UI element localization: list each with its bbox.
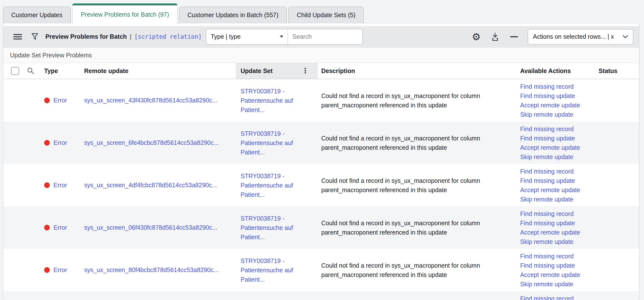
remote-update-cell bbox=[81, 291, 236, 300]
row-search-cell bbox=[24, 249, 41, 291]
action-accept-remote-update-link[interactable]: Accept remote update bbox=[520, 185, 580, 195]
list-settings-button[interactable]: ⚙ bbox=[472, 32, 481, 42]
action-accept-remote-update-link[interactable]: Accept remote update bbox=[520, 100, 580, 110]
action-find-missing-record-link[interactable]: Find missing record bbox=[520, 167, 580, 176]
table-row: STRY0038719 -Patientensuche aufPatient..… bbox=[3, 291, 639, 300]
tab-label: Customer Updates bbox=[11, 11, 62, 19]
search-filter-group: Type | type bbox=[206, 29, 363, 45]
status-cell bbox=[594, 249, 639, 291]
chevron-down-icon bbox=[280, 35, 283, 38]
action-find-missing-update-link[interactable]: Find missing update bbox=[520, 91, 580, 100]
remote-update-link[interactable]: sys_ux_screen_43f430fc878d5614cc53a8290c… bbox=[84, 97, 217, 104]
tab-label: Preview Problems for Batch (97) bbox=[81, 11, 169, 18]
column-header-status[interactable]: Status bbox=[594, 63, 639, 79]
table-row: Error sys_ux_screen_43f430fc878d5614cc53… bbox=[3, 79, 639, 122]
type-link[interactable]: Error bbox=[54, 224, 67, 231]
available-actions: Find missing recordFind missing updateAc… bbox=[520, 252, 580, 289]
search-field-value: Type | type bbox=[211, 33, 240, 40]
description-text: Could not find a record in sys_ux_macrop… bbox=[321, 261, 480, 280]
column-header-update-set[interactable]: Update Set ⋮ bbox=[236, 63, 318, 79]
scripted-relation-tag: [scripted relation] bbox=[134, 33, 202, 40]
column-menu-kebab-icon[interactable]: ⋮ bbox=[302, 67, 309, 74]
update-set-link[interactable]: STRY0038719 -Patientensuche aufPatient..… bbox=[240, 86, 293, 114]
action-skip-remote-update-link[interactable]: Skip remote update bbox=[520, 195, 580, 204]
action-find-missing-record-link[interactable]: Find missing record bbox=[520, 124, 580, 134]
action-accept-remote-update-link[interactable]: Accept remote update bbox=[520, 228, 580, 237]
available-actions: Find missing recordFind missing updateAc… bbox=[520, 167, 580, 204]
remote-update-link[interactable]: sys_ux_screen_06f430fc878d5614cc53a8290c… bbox=[84, 224, 217, 231]
update-set-link[interactable]: STRY0038719 -Patientensuche aufPatient..… bbox=[240, 299, 293, 300]
type-link[interactable]: Error bbox=[54, 267, 67, 274]
column-label: Status bbox=[599, 67, 617, 74]
action-find-missing-record-link[interactable]: Find missing record bbox=[520, 82, 580, 91]
update-set-link[interactable]: STRY0038719 -Patientensuche aufPatient..… bbox=[240, 129, 293, 157]
type-link[interactable]: Error bbox=[54, 139, 67, 146]
remote-update-link[interactable]: sys_ux_screen_6fe4bcbc878d5614cc53a8290c… bbox=[84, 139, 219, 146]
row-search-cell bbox=[24, 206, 41, 249]
status-cell bbox=[594, 291, 639, 300]
remote-update-link[interactable]: sys_ux_screen_4df4fcbc878d5614cc53a8290c… bbox=[84, 182, 217, 189]
column-label: Update Set bbox=[240, 67, 273, 74]
action-skip-remote-update-link[interactable]: Skip remote update bbox=[520, 280, 580, 289]
actions-on-rows-select[interactable]: Actions on selected rows... | x bbox=[528, 29, 633, 44]
list-caption-row: Update Set Preview Problems bbox=[3, 47, 639, 63]
error-dot bbox=[44, 182, 50, 188]
table-header-row: Type Remote update Update Set ⋮ Descript… bbox=[3, 63, 639, 79]
list-menu-button[interactable] bbox=[13, 33, 22, 40]
action-skip-remote-update-link[interactable]: Skip remote update bbox=[520, 237, 580, 246]
action-find-missing-update-link[interactable]: Find missing update bbox=[520, 134, 580, 143]
update-set-link[interactable]: STRY0038719 -Patientensuche aufPatient..… bbox=[240, 214, 293, 242]
column-header-available-actions[interactable]: Available Actions bbox=[515, 63, 594, 79]
tab-customer-updates-in-batch[interactable]: Customer Updates in Batch (557) bbox=[179, 6, 287, 23]
column-search-toggle[interactable] bbox=[24, 63, 41, 79]
column-header-type[interactable]: Type bbox=[41, 63, 81, 79]
action-find-missing-update-link[interactable]: Find missing update bbox=[520, 261, 580, 270]
search-field-select[interactable]: Type | type bbox=[206, 29, 288, 44]
row-select-cell bbox=[3, 291, 24, 300]
type-cell bbox=[41, 291, 81, 300]
description-text: Could not find a record in sys_ux_macrop… bbox=[321, 134, 480, 152]
filter-button[interactable] bbox=[31, 33, 38, 41]
tab-child-update-sets[interactable]: Child Update Sets (5) bbox=[288, 6, 364, 23]
export-download-button[interactable] bbox=[491, 32, 499, 41]
action-accept-remote-update-link[interactable]: Accept remote update bbox=[520, 270, 580, 280]
row-search-cell bbox=[24, 164, 41, 206]
error-dot bbox=[44, 267, 50, 273]
column-label: Remote update bbox=[84, 67, 128, 74]
update-set-link[interactable]: STRY0038719 -Patientensuche aufPatient..… bbox=[240, 256, 293, 284]
type-link[interactable]: Error bbox=[54, 182, 67, 189]
title-divider: | bbox=[130, 33, 132, 40]
type-link[interactable]: Error bbox=[54, 97, 67, 104]
available-actions: Find missing recordFind missing updateAc… bbox=[520, 294, 580, 300]
action-find-missing-update-link[interactable]: Find missing update bbox=[520, 218, 580, 228]
action-find-missing-record-link[interactable]: Find missing record bbox=[520, 294, 580, 300]
remote-update-link[interactable]: sys_ux_screen_80f4bcbc878d5614cc53a8290c… bbox=[84, 267, 219, 274]
column-header-description[interactable]: Description bbox=[318, 63, 515, 79]
select-all-checkbox[interactable] bbox=[11, 67, 19, 75]
update-set-link[interactable]: STRY0038719 -Patientensuche aufPatient..… bbox=[240, 171, 293, 199]
row-search-cell bbox=[24, 291, 41, 300]
action-skip-remote-update-link[interactable]: Skip remote update bbox=[520, 152, 580, 162]
action-skip-remote-update-link[interactable]: Skip remote update bbox=[520, 110, 580, 119]
action-find-missing-record-link[interactable]: Find missing record bbox=[520, 252, 580, 261]
action-find-missing-record-link[interactable]: Find missing record bbox=[520, 209, 580, 218]
list-panel: Preview Problems for Batch | [scripted r… bbox=[3, 23, 639, 300]
error-dot bbox=[44, 225, 50, 230]
row-select-cell bbox=[3, 249, 24, 291]
search-input[interactable] bbox=[288, 29, 362, 44]
action-find-missing-update-link[interactable]: Find missing update bbox=[520, 176, 580, 185]
tab-customer-updates[interactable]: Customer Updates bbox=[3, 6, 71, 23]
minus-icon bbox=[510, 36, 518, 37]
column-header-remote-update[interactable]: Remote update bbox=[81, 63, 236, 79]
list-title: Preview Problems for Batch bbox=[45, 33, 127, 40]
tab-label: Child Update Sets (5) bbox=[297, 11, 355, 19]
collapse-list-button[interactable] bbox=[499, 36, 518, 37]
row-select-cell bbox=[3, 164, 24, 206]
tab-preview-problems-for-batch[interactable]: Preview Problems for Batch (97) bbox=[72, 3, 177, 24]
description-text: Could not find a record in sys_ux_macrop… bbox=[321, 176, 480, 195]
description-text: Could not find a record in sys_ux_macrop… bbox=[321, 218, 480, 237]
available-actions: Find missing recordFind missing updateAc… bbox=[520, 124, 580, 162]
table-body: Error sys_ux_screen_43f430fc878d5614cc53… bbox=[3, 79, 639, 300]
action-accept-remote-update-link[interactable]: Accept remote update bbox=[520, 143, 580, 152]
error-dot bbox=[44, 98, 50, 103]
